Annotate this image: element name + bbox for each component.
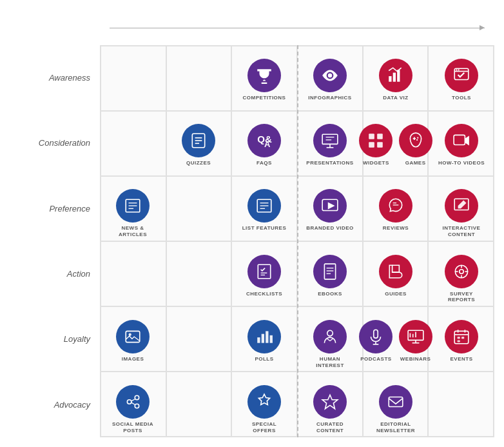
icon-item-reviews: REVIEWS: [370, 189, 422, 232]
svg-rect-78: [389, 397, 403, 407]
icon-label-webinars: WEBINARS: [400, 356, 431, 363]
svg-text:A: A: [264, 139, 270, 149]
icon-circle-video: [445, 124, 478, 157]
svg-rect-53: [266, 331, 268, 343]
icon-circle-trophy: [247, 59, 281, 92]
svg-rect-56: [374, 330, 378, 338]
icon-circle-quiz: [182, 124, 215, 157]
svg-point-73: [135, 396, 139, 400]
icon-item-list-features: LIST FEATURES: [238, 189, 290, 232]
icon-item-ebooks: EBOOKS: [304, 255, 356, 297]
svg-rect-70: [461, 337, 464, 339]
svg-rect-17: [378, 134, 383, 139]
svg-rect-19: [378, 142, 383, 148]
icon-item-how-to-videos: HOW-TO VIDEOS: [436, 124, 487, 166]
svg-line-75: [131, 399, 135, 401]
svg-rect-49: [126, 331, 140, 342]
icon-item-news-&-articles: NEWS & ARTICLES: [107, 189, 159, 237]
icon-label-curated-content: CURATED CONTENT: [316, 421, 344, 433]
icon-item-events: EVENTS: [436, 320, 487, 363]
icon-item-faqs: Q&AFAQS: [238, 124, 290, 166]
svg-rect-71: [458, 340, 460, 342]
svg-rect-18: [369, 142, 375, 148]
icon-label-guides: GUIDES: [385, 291, 407, 297]
icon-label-events: EVENTS: [450, 356, 472, 363]
icon-label-infographics: INFOGRAPHICS: [308, 95, 351, 101]
icon-circle-games: [399, 124, 432, 157]
svg-rect-0: [389, 76, 391, 82]
svg-point-50: [129, 333, 131, 336]
icon-label-how-to-videos: HOW-TO VIDEOS: [438, 160, 485, 166]
svg-point-6: [458, 69, 460, 70]
icon-circle-image: [116, 320, 150, 353]
icon-item-social-media-posts: SOCIAL MEDIA POSTS: [107, 385, 159, 433]
icon-label-special-offers: SPECIAL OFFERS: [252, 421, 276, 433]
icon-item-polls: POLLS: [238, 320, 290, 363]
icon-circle-book: [379, 255, 412, 288]
icon-label-social-media-posts: SOCIAL MEDIA POSTS: [112, 421, 153, 433]
icon-item-competitions: COMPETITIONS: [238, 59, 290, 101]
icon-circle-reviews: [379, 189, 412, 223]
row-label-consideration: Consideration: [0, 110, 100, 175]
icon-item-presentations: PRESENTATIONS: [304, 124, 356, 166]
svg-rect-54: [270, 335, 273, 343]
icon-item-interactive-content: INTERACTIVE CONTENT: [436, 189, 487, 237]
svg-point-55: [327, 330, 333, 336]
svg-rect-51: [257, 337, 260, 343]
icon-label-editorial-newsletter: EDITORIAL NEWSLETTER: [376, 421, 415, 433]
row-label-loyalty: Loyalty: [0, 306, 100, 372]
svg-rect-16: [369, 134, 375, 139]
svg-rect-52: [262, 334, 264, 343]
icon-circle-social: [116, 385, 150, 419]
icon-item-guides: GUIDES: [370, 255, 422, 297]
row-label-awareness: Awareness: [0, 45, 100, 110]
icon-item-human-interest: HUMAN INTEREST: [304, 320, 356, 368]
icon-item-infographics: INFOGRAPHICS: [304, 59, 356, 101]
icon-circle-tools: [445, 59, 478, 92]
icon-circle-play: [313, 189, 347, 223]
icon-circle-checklist: [247, 255, 281, 288]
svg-point-74: [135, 404, 139, 408]
icon-circle-list: [247, 189, 281, 223]
svg-rect-36: [258, 264, 270, 279]
svg-point-23: [416, 139, 418, 141]
icon-circle-webinar: [399, 320, 432, 353]
svg-point-44: [460, 269, 463, 273]
icon-circle-polls: [247, 320, 281, 353]
svg-rect-69: [458, 337, 460, 339]
icon-label-polls: POLLS: [255, 356, 273, 363]
icon-label-quizzes: QUIZZES: [186, 160, 211, 166]
icon-label-tools: TOOLS: [452, 95, 471, 101]
svg-line-76: [131, 402, 135, 404]
icon-circle-ebook: [313, 255, 347, 288]
svg-rect-2: [397, 70, 400, 81]
svg-point-72: [127, 400, 131, 404]
icon-item-editorial-newsletter: EDITORIAL NEWSLETTER: [370, 385, 422, 433]
icon-circle-interactive: [445, 189, 478, 223]
icons-layer: COMPETITIONSINFOGRAPHICSDATA VIZTOOLSQUI…: [100, 45, 494, 437]
row-label-advocacy: Advocacy: [0, 372, 100, 437]
icon-circle-presentation: [313, 124, 347, 157]
icon-circle-eye: [313, 59, 347, 92]
icon-item-quizzes: QUIZZES: [173, 124, 224, 166]
icon-label-competitions: COMPETITIONS: [243, 95, 286, 101]
icon-circle-offers: [247, 385, 281, 419]
icon-circle-podcast: [359, 320, 393, 353]
svg-rect-39: [324, 264, 335, 279]
svg-marker-34: [328, 203, 335, 210]
icon-label-presentations: PRESENTATIONS: [306, 160, 353, 166]
icon-label-interactive-content: INTERACTIVE CONTENT: [443, 225, 481, 237]
row-label-preference: Preference: [0, 176, 100, 241]
svg-point-5: [456, 69, 457, 70]
icon-item-checklists: CHECKLISTS: [238, 255, 290, 297]
icon-circle-qa: Q&A: [247, 124, 281, 157]
icon-item-webinars: WEBINARS: [390, 320, 441, 363]
icon-item-branded-video: BRANDED VIDEO: [304, 189, 356, 232]
icon-circle-widgets: [359, 124, 393, 157]
icon-label-podcasts: PODCASTS: [360, 356, 391, 363]
chart-container: Awareness Consideration Preference Actio…: [0, 0, 504, 447]
icon-item-data-viz: DATA VIZ: [370, 59, 422, 101]
icon-label-faqs: FAQS: [257, 160, 272, 166]
icon-item-curated-content: CURATED CONTENT: [304, 385, 356, 433]
icon-circle-newsletter: [379, 385, 412, 419]
